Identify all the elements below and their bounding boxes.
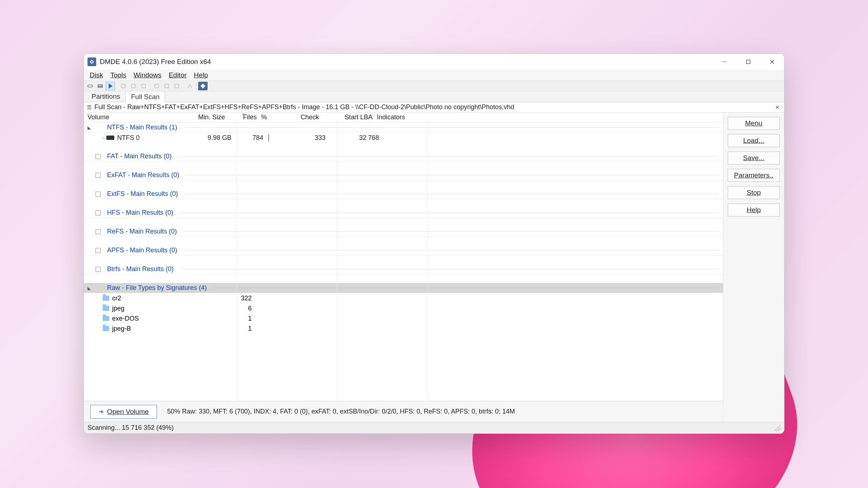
svg-rect-12 <box>175 84 179 88</box>
checkbox[interactable] <box>95 173 101 178</box>
col-minsize[interactable]: Min. Size <box>185 114 232 121</box>
section-extfs[interactable]: ExtFS - Main Results (0) <box>84 189 723 199</box>
expander-icon[interactable]: ◣ <box>88 125 93 130</box>
folder-icon <box>103 326 109 331</box>
raw-item-name: exe-DOS <box>112 315 227 322</box>
toolbar-btn-1[interactable] <box>85 82 95 90</box>
section-refs[interactable]: ReFS - Main Results (0) <box>84 227 723 237</box>
side-menu-button[interactable]: Menu <box>728 117 780 130</box>
tab-partitions[interactable]: Partitions <box>86 91 125 102</box>
minimize-button[interactable] <box>712 54 736 70</box>
svg-rect-10 <box>155 84 158 88</box>
folder-icon <box>103 296 109 301</box>
raw-item-name: jpeg <box>112 305 227 312</box>
progress-bar <box>268 134 269 142</box>
scan-header: ☰ Full Scan - Raw+NTFS+FAT+ExFAT+ExtFS+H… <box>84 102 784 112</box>
tab-bar: Partitions Full Scan <box>84 91 784 102</box>
drive-icon <box>106 136 114 140</box>
svg-rect-4 <box>88 85 92 87</box>
toolbar-btn-play[interactable] <box>106 82 115 90</box>
results-tree: Volume Min. Size ▾Files % Check Start LB… <box>84 112 723 422</box>
toolbar <box>84 81 784 91</box>
col-indicators[interactable]: Indicators <box>375 114 426 121</box>
svg-rect-6 <box>98 86 102 87</box>
hamburger-icon[interactable]: ☰ <box>87 104 92 111</box>
scan-header-text: Full Scan - Raw+NTFS+FAT+ExFAT+ExtFS+HFS… <box>94 103 514 111</box>
status-text: Scanning... 15 716 352 (49%) <box>88 424 174 432</box>
checkbox[interactable] <box>95 248 101 253</box>
toolbar-btn-10[interactable] <box>185 82 195 90</box>
resize-grip[interactable] <box>774 425 780 431</box>
close-button[interactable] <box>760 54 784 70</box>
side-params-button[interactable]: Parameters.. <box>728 169 780 182</box>
checkbox[interactable] <box>95 192 101 197</box>
action-bar: ➜ Open Volume 50% Raw: 330, MFT: 6 (700)… <box>84 401 723 422</box>
column-headers[interactable]: Volume Min. Size ▾Files % Check Start LB… <box>84 112 723 123</box>
toolbar-btn-7[interactable] <box>152 82 161 90</box>
checkbox[interactable] <box>95 229 101 234</box>
maximize-button[interactable] <box>736 54 760 70</box>
section-exfat[interactable]: ExFAT - Main Results (0) <box>84 170 723 180</box>
open-volume-label: Open Volume <box>107 408 149 415</box>
col-volume[interactable]: Volume <box>88 114 185 121</box>
col-files[interactable]: ▾Files <box>232 114 260 121</box>
raw-item-files: 1 <box>227 325 255 333</box>
side-help-button[interactable]: Help <box>728 204 780 217</box>
open-volume-button[interactable]: ➜ Open Volume <box>90 405 157 419</box>
side-stop-button[interactable]: Stop <box>728 186 780 199</box>
menu-disk[interactable]: Disk <box>86 70 107 80</box>
scan-stats: 50% Raw: 330, MFT: 6 (700), INDX: 4, FAT… <box>167 408 515 415</box>
section-apfs[interactable]: APFS - Main Results (0) <box>84 245 723 256</box>
close-icon[interactable]: ✕ <box>774 104 781 111</box>
side-load-button[interactable]: Load... <box>728 134 780 147</box>
menubar: Disk Tools Windows Editor Help <box>84 70 784 81</box>
checkbox[interactable] <box>95 154 101 159</box>
section-hfs[interactable]: HFS - Main Results (0) <box>84 208 723 218</box>
section-ntfs[interactable]: ◣ NTFS - Main Results (1) <box>84 123 723 133</box>
side-save-button[interactable]: Save... <box>728 151 780 164</box>
tab-fullscan[interactable]: Full Scan <box>125 91 165 102</box>
section-btrfs[interactable]: Btrfs - Main Results (0) <box>84 264 723 274</box>
arrow-icon: → <box>101 135 106 141</box>
toolbar-btn-8[interactable] <box>162 82 171 90</box>
toolbar-btn-2[interactable] <box>95 82 105 90</box>
raw-item-files: 6 <box>227 305 255 312</box>
menu-windows[interactable]: Windows <box>130 70 165 80</box>
raw-item-row[interactable]: jpeg6 <box>84 303 723 313</box>
raw-item-row[interactable]: exe-DOS1 <box>84 313 723 324</box>
col-check[interactable]: Check <box>285 114 325 121</box>
checkbox[interactable] <box>95 267 101 272</box>
folder-icon <box>103 316 109 321</box>
tree-body[interactable]: ◣ NTFS - Main Results (1) → NTFS 0 9.98 … <box>84 123 723 401</box>
section-fat[interactable]: FAT - Main Results (0) <box>84 151 723 162</box>
arrow-icon: ➜ <box>99 408 103 415</box>
raw-item-row[interactable]: jpeg-B1 <box>84 324 723 334</box>
col-startlba[interactable]: Start LBA <box>325 114 375 121</box>
section-raw[interactable]: ◣ Raw - File Types by Signatures (4) <box>84 283 723 293</box>
menu-editor[interactable]: Editor <box>165 70 190 80</box>
side-panel: Menu Load... Save... Parameters.. Stop H… <box>723 112 784 422</box>
raw-item-files: 322 <box>227 295 255 302</box>
raw-item-name: cr2 <box>112 295 227 302</box>
toolbar-btn-4[interactable] <box>119 82 128 90</box>
app-icon <box>88 57 96 66</box>
raw-item-row[interactable]: cr2322 <box>84 293 723 303</box>
checkbox[interactable] <box>95 210 101 215</box>
ntfs-volume-row[interactable]: → NTFS 0 9.98 GB 784 333 32 768 <box>84 133 723 143</box>
statusbar: Scanning... 15 716 352 (49%) <box>84 422 784 433</box>
col-percent[interactable]: % <box>260 114 285 121</box>
expander-icon[interactable]: ◣ <box>88 286 93 291</box>
app-window: DMDE 4.0.6 (2023) Free Edition x64 Disk … <box>84 53 784 434</box>
toolbar-btn-6[interactable] <box>139 82 148 90</box>
menu-help[interactable]: Help <box>190 70 212 80</box>
menu-tools[interactable]: Tools <box>107 70 130 80</box>
svg-rect-9 <box>142 84 145 88</box>
toolbar-btn-end[interactable] <box>198 82 208 90</box>
svg-rect-11 <box>165 84 169 88</box>
toolbar-btn-9[interactable] <box>172 82 182 90</box>
titlebar[interactable]: DMDE 4.0.6 (2023) Free Edition x64 <box>84 54 784 70</box>
toolbar-btn-5[interactable] <box>129 82 138 90</box>
svg-rect-5 <box>98 85 102 86</box>
raw-item-name: jpeg-B <box>112 325 227 333</box>
raw-item-files: 1 <box>227 315 255 322</box>
